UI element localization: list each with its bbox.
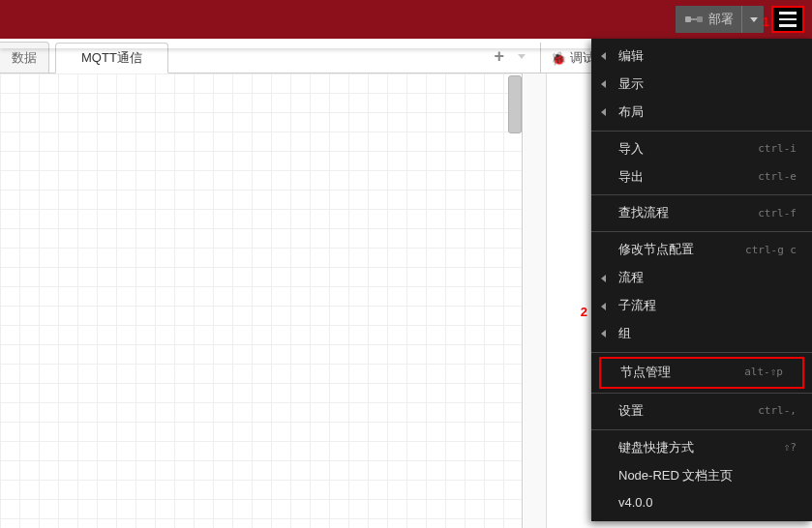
menu-shortcut: ctrl-, [758, 404, 797, 418]
flow-tab-active[interactable]: MQTT通信 [55, 43, 168, 73]
menu-separator [591, 352, 812, 353]
menu-label: 导入 [618, 141, 644, 158]
tab-tools: + [494, 39, 526, 73]
annotation-2: 2 [581, 305, 587, 319]
menu-label: 显示 [618, 76, 644, 93]
menu-shortcut: ctrl-i [758, 142, 797, 156]
submenu-arrow-icon [601, 330, 606, 337]
version-label: v4.0.0 [618, 495, 652, 512]
menu-label: 导出 [618, 169, 644, 186]
bug-icon: 🐞 [551, 51, 566, 66]
hamburger-line [779, 18, 797, 21]
submenu-arrow-icon [601, 275, 606, 282]
menu-label: 修改节点配置 [618, 242, 694, 258]
submenu-arrow-icon [601, 303, 606, 310]
menu-separator [591, 429, 812, 430]
menu-shortcut: alt-⇧p [744, 366, 783, 379]
menu-label: 编辑 [618, 48, 644, 65]
menu-version: v4.0.0 [591, 489, 812, 517]
deploy-dropdown-toggle[interactable] [741, 6, 758, 33]
menu-flows[interactable]: 流程 [591, 264, 812, 292]
menu-shortcut: ctrl-e [758, 170, 797, 184]
menu-label: 查找流程 [618, 205, 669, 221]
menu-keyboard-shortcuts[interactable]: 键盘快捷方式⇧? [591, 434, 812, 462]
menu-shortcut: ctrl-f [758, 207, 797, 220]
menu-settings[interactable]: 设置ctrl-, [591, 397, 812, 425]
menu-shortcut: ctrl-g c [745, 244, 797, 257]
flow-canvas[interactable] [0, 73, 523, 528]
menu-shortcut: ⇧? [784, 441, 797, 455]
menu-export[interactable]: 导出ctrl-e [591, 163, 812, 191]
menu-label: 组 [618, 326, 631, 342]
workspace: 数据 MQTT通信 + 🐞 调试 编辑 显示 布局 导入ctrl-i 导出ctr… [0, 39, 812, 528]
menu-label: Node-RED 文档主页 [618, 468, 733, 484]
deploy-icon [685, 14, 703, 25]
menu-label: 设置 [618, 403, 644, 420]
menu-import[interactable]: 导入ctrl-i [591, 135, 812, 163]
menu-edit[interactable]: 编辑 [591, 43, 812, 71]
submenu-arrow-icon [601, 108, 606, 116]
hamburger-line [779, 24, 797, 27]
annotation-1: 1 [763, 15, 769, 29]
flow-tab-partial[interactable]: 数据 [0, 42, 49, 73]
menu-arrange[interactable]: 布局 [591, 99, 812, 127]
canvas-gutter [524, 73, 547, 528]
menu-subflows[interactable]: 子流程 [591, 292, 812, 320]
menu-config-nodes[interactable]: 修改节点配置ctrl-g c [591, 236, 812, 264]
menu-label: 子流程 [618, 298, 656, 314]
deploy-label: 部署 [708, 11, 734, 28]
menu-groups[interactable]: 组 [591, 320, 812, 348]
menu-separator [591, 131, 812, 132]
submenu-arrow-icon [601, 52, 606, 60]
vertical-scrollbar-thumb[interactable] [508, 75, 522, 133]
tab-label: 数据 [12, 49, 37, 67]
flow-list-dropdown[interactable] [518, 54, 526, 59]
menu-view[interactable]: 显示 [591, 71, 812, 99]
menu-label: 键盘快捷方式 [618, 440, 694, 456]
menu-search-flows[interactable]: 查找流程ctrl-f [591, 199, 812, 227]
main-menu-dropdown: 编辑 显示 布局 导入ctrl-i 导出ctrl-e 查找流程ctrl-f 修改… [591, 39, 812, 521]
menu-docs[interactable]: Node-RED 文档主页 [591, 462, 812, 490]
deploy-button[interactable]: 部署 [676, 6, 764, 33]
menu-separator [591, 231, 812, 232]
caret-down-icon [750, 17, 758, 22]
svg-rect-0 [685, 16, 691, 22]
hamburger-line [779, 12, 797, 15]
main-menu-button[interactable] [771, 6, 804, 33]
tab-label: MQTT通信 [81, 49, 142, 67]
sidebar-tab[interactable]: 🐞 调试 [540, 43, 595, 73]
svg-rect-1 [697, 16, 703, 22]
add-flow-button[interactable]: + [494, 46, 504, 67]
menu-manage-palette[interactable]: 节点管理alt-⇧p [599, 357, 804, 389]
menu-separator [591, 393, 812, 394]
header-controls: 部署 [676, 6, 804, 33]
submenu-arrow-icon [601, 80, 606, 88]
app-header: 部署 [0, 0, 812, 39]
menu-label: 流程 [618, 270, 644, 286]
menu-label: 布局 [618, 104, 644, 121]
menu-label: 节点管理 [620, 365, 671, 381]
menu-separator [591, 194, 812, 195]
